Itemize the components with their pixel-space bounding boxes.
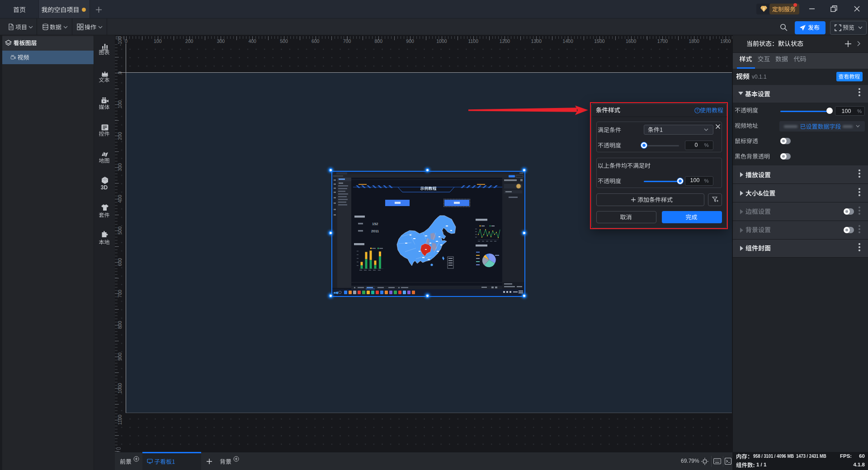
svg-text:2011: 2011 [371,229,379,233]
svg-text:152: 152 [372,222,378,226]
